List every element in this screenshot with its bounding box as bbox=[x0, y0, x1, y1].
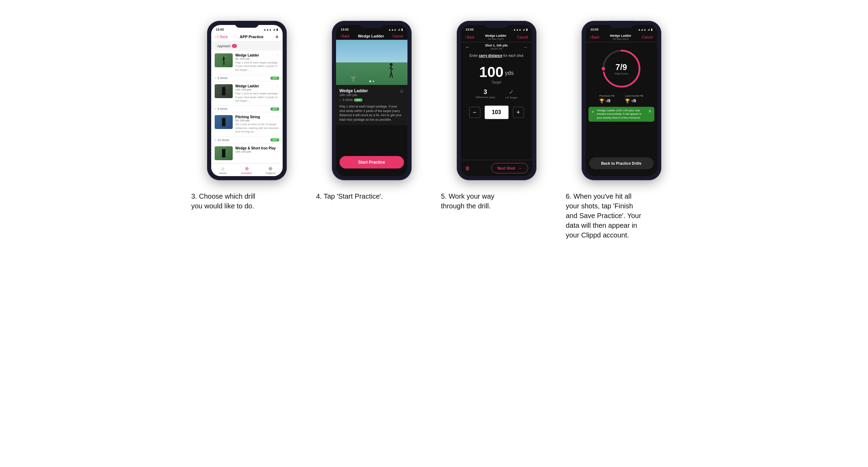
home-icon: ⌂ bbox=[222, 166, 224, 171]
svg-line-4 bbox=[391, 72, 393, 78]
step5-column: 13:03 ▲▲▲ ⊿ ▮ ‹ Back Wedge Ladder bbox=[441, 21, 552, 211]
bottom-spacer6 bbox=[586, 172, 657, 176]
drill-item-4[interactable]: Wedge & Short Iron Play ☆ 100–140 yds bbox=[211, 144, 283, 163]
target-unit: yds bbox=[505, 70, 514, 76]
clock-icon-1: ○ bbox=[215, 76, 216, 80]
page-container: 13:02 ▲▲▲ ⊿ ▮ ‹ < Back APP Practice ≡ bbox=[191, 21, 677, 240]
shot-label: Shot 1, 100 yds bbox=[485, 44, 508, 47]
practice-image bbox=[336, 40, 407, 85]
drill-thumb-1 bbox=[215, 53, 233, 67]
start-practice-btn[interactable]: Start Practice bbox=[340, 156, 404, 168]
cancel-btn6[interactable]: Cancel bbox=[642, 35, 653, 39]
success-close-btn[interactable]: ✕ bbox=[648, 109, 652, 114]
caption5: 5. Work your way through the drill. bbox=[441, 191, 517, 211]
star-4[interactable]: ☆ bbox=[276, 146, 279, 150]
shot-footer: 🗑 Next Shot → bbox=[461, 160, 532, 176]
nav-title6-line1: Wedge Ladder bbox=[610, 34, 631, 37]
drill-info-3: Pitching String ☆ 55–100 yds Hit 1 shot … bbox=[235, 115, 279, 133]
nav-bar5: ‹ Back Wedge Ladder 06 Mar 2023 Cancel bbox=[461, 33, 532, 42]
drill-title-1: Wedge Ladder bbox=[235, 53, 259, 57]
bottom-nav3: ⌂ Home ⊕ Activities ⊕ Capture bbox=[211, 163, 283, 176]
target-number: 100 bbox=[479, 64, 504, 80]
wifi-icon4: ⊿ bbox=[398, 28, 400, 31]
back-btn4[interactable]: ‹ Back bbox=[340, 34, 350, 38]
prev-shot-btn[interactable]: ← bbox=[465, 44, 471, 50]
difference-value: 3 bbox=[475, 88, 495, 96]
nav-title6: Wedge Ladder 06 Mar 2023 bbox=[610, 34, 631, 41]
minus-btn[interactable]: − bbox=[469, 107, 480, 118]
trash-btn[interactable]: 🗑 bbox=[465, 165, 470, 171]
status-icons3: ▲▲▲ ⊿ ▮ bbox=[264, 28, 278, 31]
back-to-drills-btn[interactable]: Back to Practice Drills bbox=[589, 157, 654, 169]
shot-header: ← Shot 1, 100 yds Score 5/9 → bbox=[461, 42, 532, 52]
back-btn3[interactable]: ‹ < Back bbox=[215, 35, 228, 39]
next-shot-btn[interactable]: Next Shot → bbox=[491, 163, 528, 173]
drill-item-3[interactable]: Pitching String ☆ 55–100 yds Hit 1 shot … bbox=[211, 112, 283, 143]
target-label: Target bbox=[461, 80, 532, 84]
drill-item-1[interactable]: Wedge Ladder ☆ 50–100 yds Play 1 shot at… bbox=[211, 51, 283, 81]
last-pb-value: -/9 bbox=[631, 98, 636, 103]
cancel-btn4[interactable]: Cancel bbox=[392, 34, 403, 38]
status-icons4: ▲▲▲ ⊿ ▮ bbox=[388, 28, 403, 31]
drill-desc-1: Play 1 shot at each target yardage. If y… bbox=[235, 61, 279, 72]
svg-rect-6 bbox=[351, 77, 356, 78]
target-display: 100 yds Target bbox=[461, 60, 532, 86]
activities-label: Activities bbox=[241, 172, 252, 175]
back-label3: < Back bbox=[217, 35, 228, 39]
last-month-pb: Last month PB 🏆 -/9 bbox=[625, 94, 643, 103]
phone3-screen: 13:02 ▲▲▲ ⊿ ▮ ‹ < Back APP Practice ≡ bbox=[211, 25, 283, 176]
notch5 bbox=[484, 21, 509, 28]
dot2 bbox=[372, 80, 374, 82]
distance-input[interactable]: 103 bbox=[484, 105, 509, 119]
score-sublabel: Total Score bbox=[614, 72, 628, 75]
nav-title6-line2: 06 Mar 2023 bbox=[610, 37, 631, 41]
phone6-frame: 13:03 ▲▲▲ ⊿ ▮ ‹ Back Wedge Ladder bbox=[582, 21, 661, 180]
golfer-figure bbox=[387, 62, 395, 80]
back-btn5[interactable]: ‹ Back bbox=[465, 35, 475, 39]
target-basket bbox=[350, 75, 357, 82]
back-arrow5: ‹ bbox=[465, 35, 466, 39]
app-badge-1: APP bbox=[270, 77, 279, 80]
bottom-nav-capture[interactable]: ⊕ Capture bbox=[259, 166, 283, 175]
menu-btn3[interactable]: ≡ bbox=[275, 34, 278, 40]
star-3[interactable]: ☆ bbox=[276, 115, 279, 119]
star-1[interactable]: ☆ bbox=[276, 53, 279, 57]
app-badge-3: APP bbox=[270, 138, 279, 141]
signal-icon4: ▲▲▲ bbox=[388, 28, 397, 31]
capture-icon: ⊕ bbox=[268, 166, 273, 171]
caption3: 3. Choose which drill you would like to … bbox=[191, 191, 268, 211]
battery-icon6: ▮ bbox=[651, 28, 652, 31]
drill-info-1: Wedge Ladder ☆ 50–100 yds Play 1 shot at… bbox=[235, 53, 279, 72]
drill-card-title4: Wedge Ladder bbox=[340, 88, 368, 93]
score-container: 7/9 Total Score bbox=[586, 42, 657, 92]
last-pb-label: Last month PB bbox=[625, 94, 643, 97]
bottom-nav-home[interactable]: ⌂ Home bbox=[211, 166, 235, 175]
back-btn6[interactable]: ‹ Back bbox=[590, 35, 600, 39]
time3: 13:02 bbox=[216, 28, 224, 31]
content-area3: Approach 7 bbox=[211, 41, 283, 163]
next-shot-nav-btn[interactable]: → bbox=[523, 44, 528, 50]
step4-column: 13:02 ▲▲▲ ⊿ ▮ ‹ Back Wedge Ladder Cancel bbox=[316, 21, 427, 201]
category-count3: 7 bbox=[232, 44, 237, 48]
caption6: 6. When you've hit all your shots, tap '… bbox=[566, 191, 642, 240]
step3-column: 13:02 ▲▲▲ ⊿ ▮ ‹ < Back APP Practice ≡ bbox=[191, 21, 302, 211]
category-label3: Approach bbox=[217, 44, 231, 48]
app-badge-2: APP bbox=[270, 107, 279, 111]
shot-info: Shot 1, 100 yds Score 5/9 bbox=[485, 44, 508, 50]
shots-label-2: ○ 9 shots bbox=[215, 107, 227, 111]
drill-item-2[interactable]: Wedge Ladder ☆ 100–140 yds Play 1 shot a… bbox=[211, 81, 283, 112]
battery-icon4: ▮ bbox=[401, 28, 403, 31]
next-arrow-icon: → bbox=[517, 165, 522, 171]
star-card4[interactable]: ☆ bbox=[399, 88, 404, 94]
previous-pb: Previous PB 🏆 -/9 bbox=[599, 94, 615, 103]
back-label6: Back bbox=[592, 35, 599, 39]
score-denominator: /9 bbox=[620, 62, 627, 72]
phone6-screen: 13:03 ▲▲▲ ⊿ ▮ ‹ Back Wedge Ladder bbox=[586, 25, 657, 176]
nav-bar4: ‹ Back Wedge Ladder Cancel bbox=[336, 33, 407, 40]
bottom-nav-activities[interactable]: ⊕ Activities bbox=[235, 166, 259, 175]
plus-btn[interactable]: + bbox=[513, 107, 524, 118]
notch6 bbox=[609, 21, 634, 28]
back-label5: Back bbox=[467, 35, 474, 39]
cancel-btn5[interactable]: Cancel bbox=[517, 35, 528, 39]
star-2[interactable]: ☆ bbox=[276, 84, 279, 88]
